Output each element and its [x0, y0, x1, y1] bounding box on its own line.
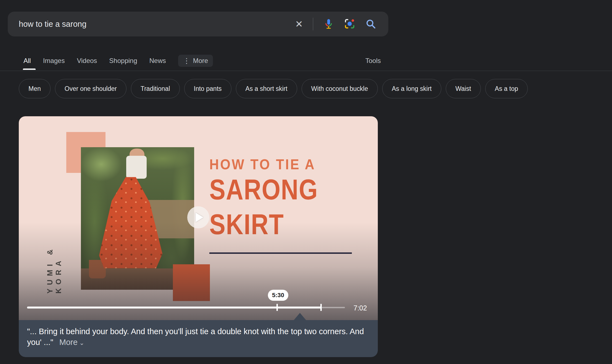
tab-more[interactable]: ⋮ More [178, 55, 213, 67]
thumbnail-title-line2: SARONG [209, 173, 318, 206]
search-bar-divider [313, 18, 313, 30]
timestamp-bubble: 5:30 [268, 290, 288, 301]
microphone-icon [323, 18, 334, 30]
filter-chips: Men Over one shoulder Traditional Into p… [19, 79, 528, 98]
search-bar[interactable]: how to tie a sarong ✕ [8, 12, 388, 36]
more-dots-icon: ⋮ [183, 57, 190, 64]
tab-all[interactable]: All [23, 57, 31, 65]
tabs-divider [0, 71, 612, 71]
thumbnail-orange-square [173, 264, 210, 301]
chip-as-a-long-skirt[interactable]: As a long skirt [382, 79, 441, 98]
thumbnail-title-line3: SKIRT [209, 208, 284, 241]
video-result-card[interactable]: YUMI & KORA HOW TO TIE A SARONG SKIRT 5:… [19, 116, 378, 357]
lens-search-button[interactable] [344, 18, 355, 30]
video-progress-bar[interactable] [27, 303, 345, 312]
chip-as-a-short-skirt[interactable]: As a short skirt [236, 79, 297, 98]
chip-men[interactable]: Men [19, 79, 51, 98]
chip-traditional[interactable]: Traditional [131, 79, 180, 98]
chip-as-a-top[interactable]: As a top [485, 79, 528, 98]
caption-caret [294, 313, 306, 320]
search-input[interactable]: how to tie a sarong [8, 20, 295, 29]
progress-marker-end [320, 304, 322, 311]
play-icon [196, 213, 203, 222]
search-icon [365, 18, 376, 30]
video-duration: 7:02 [354, 304, 367, 312]
close-icon: ✕ [295, 19, 303, 29]
caption-bar: "... Bring it behind your body. And then… [19, 320, 378, 357]
result-tabs: All Images Videos Shopping News ⋮ More T… [0, 54, 612, 67]
thumbnail-title-underline [209, 252, 352, 254]
brand-vertical-text: YUMI & KORA [46, 205, 63, 294]
chip-with-coconut-buckle[interactable]: With coconut buckle [302, 79, 378, 98]
lens-icon [344, 18, 355, 30]
chip-waist[interactable]: Waist [446, 79, 481, 98]
active-tab-underline [23, 68, 36, 70]
tab-news[interactable]: News [149, 57, 166, 65]
progress-marker-start [276, 304, 278, 311]
thumbnail-title-line1: HOW TO TIE A [209, 156, 316, 173]
chevron-down-icon: ⌄ [79, 339, 84, 346]
tab-shopping[interactable]: Shopping [109, 57, 137, 65]
tools-button[interactable]: Tools [365, 57, 381, 65]
caption-more-button[interactable]: More⌄ [59, 338, 85, 347]
chip-into-pants[interactable]: Into pants [184, 79, 231, 98]
chip-over-one-shoulder[interactable]: Over one shoulder [55, 79, 126, 98]
search-submit-button[interactable] [365, 18, 376, 30]
voice-search-button[interactable] [323, 18, 334, 30]
video-thumbnail[interactable]: YUMI & KORA HOW TO TIE A SARONG SKIRT 5:… [19, 116, 378, 320]
tab-videos[interactable]: Videos [77, 57, 97, 65]
play-button[interactable] [187, 206, 209, 228]
clear-search-button[interactable]: ✕ [295, 19, 303, 29]
tab-images[interactable]: Images [43, 57, 65, 65]
